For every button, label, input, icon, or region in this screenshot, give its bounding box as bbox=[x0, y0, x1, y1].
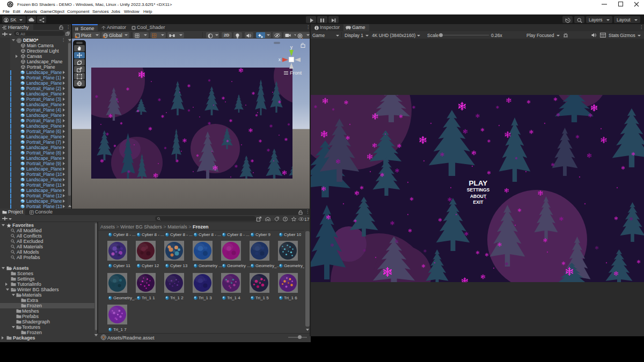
svg-text:ABOUT: ABOUT bbox=[470, 194, 487, 199]
svg-text:y: y bbox=[290, 45, 293, 50]
svg-text:PLAY: PLAY bbox=[469, 179, 488, 187]
svg-text:SETTINGS: SETTINGS bbox=[467, 187, 490, 193]
svg-text:EXIT: EXIT bbox=[473, 200, 484, 205]
svg-text:x: x bbox=[279, 57, 281, 62]
